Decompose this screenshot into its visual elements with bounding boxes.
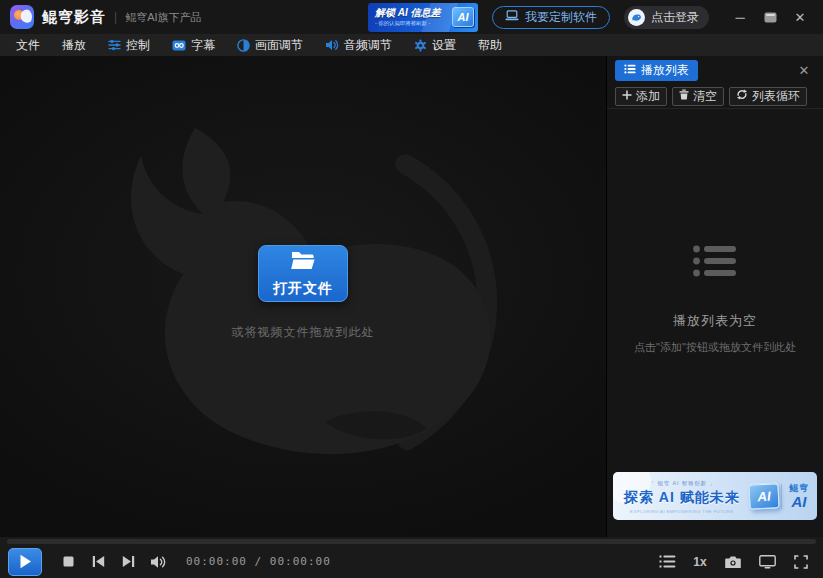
loop-label: 列表循环	[752, 88, 800, 105]
stop-button[interactable]	[54, 548, 82, 576]
speaker-icon	[325, 39, 339, 51]
menu-play[interactable]: 播放	[52, 34, 96, 56]
app-logo-icon	[10, 5, 34, 29]
login-label: 点击登录	[651, 9, 699, 26]
minimize-button[interactable]: ─	[727, 5, 753, 29]
loop-mode-button[interactable]: 列表循环	[729, 87, 807, 106]
empty-list-icon	[692, 244, 738, 282]
playlist-tab-button[interactable]: 播放列表	[615, 60, 698, 81]
playlist-body[interactable]: 播放列表为空 点击"添加"按钮或拖放文件到此处	[607, 109, 823, 472]
promo-title: 解锁 AI 信息差	[375, 8, 441, 19]
title-bar: 鲲穹影音 | 鲲穹AI旗下产品 解锁 AI 信息差 - 你的认知即将被刷新 - …	[0, 0, 823, 34]
menu-subtitle[interactable]: 字幕	[162, 34, 225, 56]
ai-promo-banner[interactable]: 解锁 AI 信息差 - 你的认知即将被刷新 - AI	[368, 3, 478, 32]
playlist-toolbar: 添加 清空 列表循环	[607, 84, 823, 109]
playlist-toggle-icon	[659, 555, 676, 568]
stop-icon	[63, 556, 74, 567]
brand-bottom: AI	[792, 494, 807, 509]
volume-button[interactable]	[144, 548, 172, 576]
banner-subtitle: EXPLORING AI EMPOWERING THE FUTURE	[630, 508, 733, 513]
trash-icon	[679, 89, 689, 103]
login-button[interactable]: 点击登录	[624, 6, 709, 29]
time-current: 00:00:00	[186, 555, 247, 568]
monitor-icon	[759, 555, 776, 569]
maximize-button[interactable]	[757, 5, 783, 29]
add-label: 添加	[636, 88, 660, 105]
menu-picture-label: 画面调节	[255, 37, 303, 54]
gear-icon	[414, 39, 427, 52]
display-mode-button[interactable]	[753, 548, 781, 576]
menu-help[interactable]: 帮助	[468, 34, 512, 56]
clear-button[interactable]: 清空	[672, 87, 724, 106]
customize-label: 我要定制软件	[525, 9, 597, 26]
fullscreen-button[interactable]	[787, 548, 815, 576]
menu-picture-adjust[interactable]: 画面调节	[227, 34, 313, 56]
menu-file-label: 文件	[16, 37, 40, 54]
promo-subtitle: - 你的认知即将被刷新 -	[375, 20, 434, 26]
control-bar: 00:00:00 / 00:00:00 1x	[0, 537, 823, 578]
menu-bar: 文件 播放 控制 字幕 画面调节 音频调节 设置 帮助	[0, 34, 823, 56]
next-button[interactable]	[114, 548, 142, 576]
app-window: 鲲穹影音 | 鲲穹AI旗下产品 解锁 AI 信息差 - 你的认知即将被刷新 - …	[0, 0, 823, 578]
menu-help-label: 帮助	[478, 37, 502, 54]
camera-icon	[725, 555, 741, 569]
playlist-toggle-button[interactable]	[653, 548, 681, 576]
previous-button[interactable]	[84, 548, 112, 576]
contrast-icon	[237, 39, 250, 52]
video-stage[interactable]: 打开文件 或将视频文件拖放到此处	[0, 56, 607, 537]
open-file-button[interactable]: 打开文件	[258, 245, 348, 302]
time-display: 00:00:00 / 00:00:00	[186, 555, 331, 568]
close-panel-icon[interactable]: ✕	[793, 63, 815, 78]
menu-settings[interactable]: 设置	[404, 34, 466, 56]
menu-control[interactable]: 控制	[98, 34, 160, 56]
play-button[interactable]	[8, 548, 42, 576]
ai-badge-icon: AI	[452, 7, 474, 27]
loop-icon	[736, 89, 748, 103]
laptop-icon	[505, 10, 519, 24]
empty-hint: 点击"添加"按钮或拖放文件到此处	[634, 340, 796, 355]
next-icon	[122, 555, 135, 568]
menu-subtitle-label: 字幕	[191, 37, 215, 54]
fullscreen-icon	[794, 555, 808, 569]
time-separator: /	[255, 555, 263, 568]
folder-open-icon	[290, 250, 316, 275]
volume-icon	[150, 555, 167, 569]
customize-software-button[interactable]: 我要定制软件	[492, 6, 610, 29]
speed-button[interactable]: 1x	[687, 555, 713, 569]
menu-audio-adjust[interactable]: 音频调节	[315, 34, 402, 56]
banner-tag: 「 鲲穹 AI 智领创新 」	[648, 479, 715, 487]
menu-play-label: 播放	[62, 37, 86, 54]
title-separator: |	[114, 10, 117, 24]
empty-title: 播放列表为空	[673, 312, 757, 330]
menu-settings-label: 设置	[432, 37, 456, 54]
clear-label: 清空	[693, 88, 717, 105]
playlist-title: 播放列表	[641, 62, 689, 79]
drop-hint-text: 或将视频文件拖放到此处	[232, 324, 375, 341]
app-title: 鲲穹影音	[42, 8, 106, 27]
playlist-header: 播放列表 ✕	[607, 56, 823, 84]
menu-control-label: 控制	[126, 37, 150, 54]
previous-icon	[92, 555, 105, 568]
sliders-icon	[108, 39, 121, 51]
plus-icon	[622, 89, 632, 103]
menu-file[interactable]: 文件	[6, 34, 50, 56]
banner-title: 探索 AI 赋能未来	[624, 489, 740, 507]
brand-top: 鲲穹	[789, 484, 809, 493]
open-file-label: 打开文件	[273, 280, 333, 298]
list-icon	[624, 63, 636, 77]
ai-cube-icon: AI	[748, 482, 779, 510]
playlist-empty-state: 播放列表为空 点击"添加"按钮或拖放文件到此处	[607, 244, 823, 355]
play-icon	[19, 554, 32, 569]
playlist-panel: 播放列表 ✕ 添加 清空 列表循环	[607, 56, 823, 537]
add-button[interactable]: 添加	[615, 87, 667, 106]
time-total: 00:00:00	[270, 555, 331, 568]
app-subtitle: 鲲穹AI旗下产品	[125, 10, 201, 25]
ai-footer-banner[interactable]: 「 鲲穹 AI 智领创新 」 探索 AI 赋能未来 EXPLORING AI E…	[613, 472, 817, 520]
subtitle-icon	[172, 40, 186, 51]
menu-audio-label: 音频调节	[344, 37, 392, 54]
whale-avatar-icon	[628, 9, 645, 26]
screenshot-button[interactable]	[719, 548, 747, 576]
close-window-button[interactable]: ✕	[787, 5, 813, 29]
banner-brand-logo: 鲲穹 AI	[781, 484, 809, 509]
seek-bar[interactable]	[7, 539, 816, 544]
